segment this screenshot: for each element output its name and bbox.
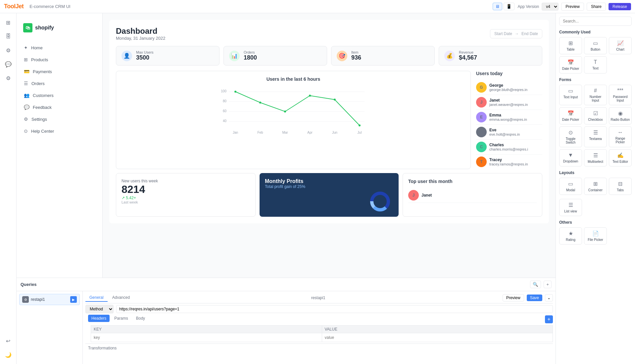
svg-point-9 bbox=[259, 102, 261, 104]
value-input[interactable] bbox=[323, 334, 552, 341]
user-email-charles: charles.morris@reqres.i bbox=[489, 147, 528, 151]
others-title: Others bbox=[559, 220, 632, 225]
toggle-switch-item[interactable]: ⊙ Toggle Switch bbox=[559, 126, 582, 147]
queries-search-btn[interactable]: 🔍 bbox=[530, 281, 541, 288]
sidebar-inspect-icon[interactable]: ⚙ bbox=[2, 44, 14, 56]
nav-item-payments[interactable]: 💳 Payments bbox=[20, 66, 99, 77]
multiselect-icon: ☰ bbox=[593, 152, 598, 159]
range-picker-item[interactable]: ↔ Range Picker bbox=[609, 126, 632, 147]
right-panel: Commonly Used ⊞ Table ▭ Button 📈 Chart 📅… bbox=[556, 13, 635, 364]
commonly-used-grid: ⊞ Table ▭ Button 📈 Chart 📅 Date Picker T… bbox=[559, 37, 632, 73]
query-run-button[interactable]: ▶ bbox=[70, 296, 77, 303]
dropdown-item[interactable]: ▼ Dropdown bbox=[559, 149, 582, 166]
text-editor-icon: ✍ bbox=[617, 152, 624, 159]
text-item[interactable]: T Text bbox=[584, 56, 607, 73]
number-input-icon: # bbox=[594, 88, 597, 94]
sidebar-database-icon[interactable]: 🗄 bbox=[2, 30, 14, 42]
radio-button-item[interactable]: ◉ Radio Button bbox=[609, 107, 632, 124]
nav-item-feedback[interactable]: 💬 Feedback bbox=[20, 102, 99, 113]
device-toggle-group: 🖥 📱 bbox=[493, 3, 514, 10]
user-today-item-charles: C Charles charles.morris@reqres.i bbox=[476, 140, 542, 155]
chart-component-item[interactable]: 📈 Chart bbox=[609, 37, 632, 54]
user-today-item-janet: J Janet janet.weaver@reqres.in bbox=[476, 95, 542, 110]
date-range-picker[interactable]: Start Date → End Date bbox=[490, 29, 542, 38]
url-input[interactable] bbox=[116, 305, 553, 313]
preview-button[interactable]: Preview bbox=[561, 3, 584, 11]
query-api-icon: ⚙ bbox=[22, 296, 29, 303]
params-tab[interactable]: Params bbox=[111, 315, 131, 322]
list-view-item[interactable]: ☰ List view bbox=[559, 199, 582, 216]
queries-add-btn[interactable]: + bbox=[544, 281, 552, 288]
settings-icon: ⚙ bbox=[24, 116, 28, 122]
nav-item-customers[interactable]: 👥 Customers bbox=[20, 90, 99, 101]
release-button[interactable]: Release bbox=[609, 3, 631, 10]
checkbox-item[interactable]: ☑ Checkbox bbox=[584, 107, 607, 124]
nav-logo: 🛍 shopify bbox=[20, 20, 99, 36]
query-preview-button[interactable]: Preview bbox=[503, 294, 524, 301]
user-name-eve: Eve bbox=[489, 128, 520, 132]
nav-item-products[interactable]: ⊞ Products bbox=[20, 54, 99, 65]
password-input-item[interactable]: *** Password Input bbox=[609, 85, 632, 105]
sidebar-pages-icon[interactable]: ⊞ bbox=[2, 17, 14, 28]
tabs-item[interactable]: ⊟ Tabs bbox=[609, 178, 632, 195]
table-component-item[interactable]: ⊞ Table bbox=[559, 37, 582, 54]
button-component-item[interactable]: ▭ Button bbox=[584, 37, 607, 54]
item-label: Item bbox=[351, 50, 361, 54]
query-item-restapi1[interactable]: ⚙ restapi1 ▶ bbox=[19, 294, 80, 305]
query-expand-button[interactable]: ⌄ bbox=[545, 294, 553, 301]
tablet-device-btn[interactable]: 📱 bbox=[504, 3, 514, 10]
date-picker2-icon: 📅 bbox=[567, 110, 574, 116]
value-column-header: VALUE bbox=[322, 326, 553, 333]
query-tab-general[interactable]: General bbox=[85, 294, 108, 302]
user-name-janet: Janet bbox=[489, 98, 528, 103]
key-input[interactable] bbox=[92, 334, 321, 341]
query-tab-advanced[interactable]: Advanced bbox=[108, 294, 134, 302]
component-search-input[interactable] bbox=[559, 17, 632, 26]
layouts-grid: ▭ Modal ⊞ Container ⊟ Tabs bbox=[559, 178, 632, 195]
add-header-button[interactable]: + bbox=[545, 315, 553, 323]
line-chart-container: Users in the last 6 hours 100 80 60 40 bbox=[116, 71, 471, 169]
shopify-logo-text: shopify bbox=[35, 25, 54, 31]
modal-item[interactable]: ▭ Modal bbox=[559, 178, 582, 195]
body-tab[interactable]: Body bbox=[133, 315, 148, 322]
nav-item-home[interactable]: ✦ Home bbox=[20, 42, 99, 53]
sidebar-support-icon[interactable]: ↩ bbox=[2, 335, 14, 347]
version-select[interactable]: v4 v3 v2 bbox=[542, 3, 559, 11]
new-users-value: 8214 bbox=[122, 183, 250, 196]
line-chart: 100 80 60 40 bbox=[122, 86, 465, 140]
query-action-buttons: Preview Save ⌄ bbox=[503, 294, 553, 301]
sidebar-settings-icon[interactable]: ⚙ bbox=[2, 72, 14, 84]
nav-item-settings[interactable]: ⚙ Settings bbox=[20, 114, 99, 124]
sidebar-chat-icon[interactable]: 💬 bbox=[2, 58, 14, 70]
nav-item-help-center[interactable]: ⊙ Help Center bbox=[20, 126, 99, 136]
method-select[interactable]: Method GET POST PUT DELETE bbox=[85, 305, 114, 313]
revenue-value: $4,567 bbox=[459, 54, 477, 61]
query-save-button[interactable]: Save bbox=[527, 295, 542, 301]
dashboard-title: Dashboard bbox=[116, 26, 165, 36]
rating-item[interactable]: ★ Rating bbox=[559, 227, 582, 245]
container-item[interactable]: ⊞ Container bbox=[584, 178, 607, 195]
file-picker-item[interactable]: 📄 File Picker bbox=[584, 227, 607, 245]
home-icon: ✦ bbox=[24, 45, 28, 50]
desktop-device-btn[interactable]: 🖥 bbox=[493, 3, 502, 10]
date-picker-item[interactable]: 📅 Date Picker bbox=[559, 56, 582, 73]
key-column-header: KEY bbox=[91, 326, 322, 333]
svg-text:80: 80 bbox=[223, 99, 227, 103]
toggle-switch-icon: ⊙ bbox=[568, 129, 573, 136]
orders-value: 1800 bbox=[244, 54, 257, 61]
sidebar-moon-icon[interactable]: 🌙 bbox=[2, 349, 14, 361]
topbar-right: App Version v4 v3 v2 Preview Share Relea… bbox=[518, 3, 631, 11]
date-picker2-item[interactable]: 📅 Date Picker bbox=[559, 107, 582, 124]
new-users-growth: ↗ 5.42+ bbox=[122, 196, 250, 200]
svg-point-10 bbox=[284, 111, 286, 113]
nav-item-orders[interactable]: ☰ Orders bbox=[20, 78, 99, 89]
svg-text:100: 100 bbox=[221, 89, 226, 93]
text-editor-item[interactable]: ✍ Text Editor bbox=[609, 149, 632, 166]
multiselect-item[interactable]: ☰ Multiselect bbox=[584, 149, 607, 166]
customers-icon: 👥 bbox=[24, 93, 29, 98]
number-input-item[interactable]: # Number Input bbox=[584, 85, 607, 105]
share-button[interactable]: Share bbox=[587, 3, 606, 11]
textarea-item[interactable]: ☰ Textarea bbox=[584, 126, 607, 147]
text-input-item[interactable]: ▭ Text Input bbox=[559, 85, 582, 105]
headers-tab[interactable]: Headers bbox=[88, 315, 110, 322]
